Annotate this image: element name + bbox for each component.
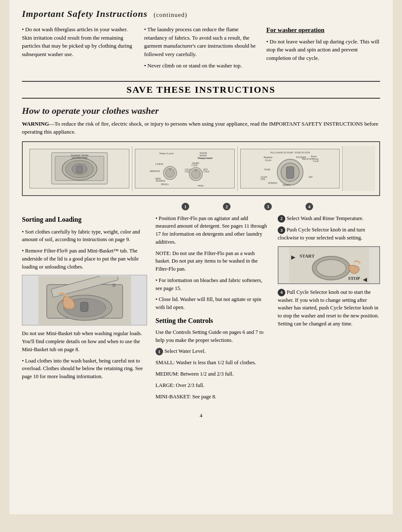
- step-1-indicator: 1: [182, 203, 189, 210]
- step4-text: 4 Pull Cycle Selector knob out to start …: [278, 288, 380, 328]
- svg-text:NORMAL: NORMAL: [268, 182, 278, 184]
- svg-text:Automatic Washer: Automatic Washer: [70, 154, 88, 156]
- large-label: LARGE: Over 2/3 full.: [155, 382, 269, 390]
- svg-text:STOP: STOP: [348, 276, 360, 281]
- step3-circle: 3: [278, 226, 285, 234]
- mid-para2: • For information on bleaches and fabric…: [155, 277, 269, 293]
- svg-text:PULL KNOB TO START - PUSH TO S: PULL KNOB TO START - PUSH TO STOP: [270, 151, 310, 154]
- content-columns: Sorting and Loading • Sort clothes caref…: [22, 215, 380, 404]
- step-2-indicator: 2: [223, 203, 230, 210]
- safety-section: • Do not wash fiberglass articles in you…: [22, 25, 380, 73]
- svg-rect-7: [77, 167, 82, 173]
- diagram-controls: Water Level WASH RINSE Temperature LARGE…: [135, 149, 235, 188]
- page-number: 4: [22, 412, 380, 419]
- svg-text:⓪: ⓪: [112, 283, 116, 287]
- page-header: Important Safety Instructions (continued…: [22, 8, 380, 19]
- step1-circle: 1: [155, 348, 163, 355]
- start-stop-svg: START STOP: [289, 247, 369, 283]
- step4-circle: 4: [278, 289, 285, 296]
- step3-text: 3 Push Cycle Selector knob in and turn c…: [278, 226, 380, 242]
- svg-text:MEDIUM: MEDIUM: [150, 170, 160, 172]
- sorting-para2: • Remove Filter-Flo® pan and Mini-Basket…: [22, 247, 147, 271]
- svg-text:WASH: WASH: [199, 152, 207, 154]
- save-instructions: SAVE THESE INSTRUCTIONS: [22, 81, 380, 99]
- diagram-panel-4: [343, 146, 375, 191]
- col-sorting: Sorting and Loading • Sort clothes caref…: [22, 215, 147, 404]
- svg-text:Regular: Regular: [263, 156, 273, 159]
- diagram-panel-3: PULL KNOB TO START - PUSH TO STOP Regula…: [238, 146, 343, 191]
- svg-text:SMALL: SMALL: [161, 183, 169, 185]
- svg-text:Cycle: Cycle: [265, 159, 271, 161]
- sorting-title: Sorting and Loading: [22, 215, 147, 225]
- svg-text:SOIL: SOIL: [260, 178, 265, 180]
- mini-label: MINI-BASKET: See page 8.: [155, 393, 269, 401]
- svg-text:COLD: COLD: [203, 170, 209, 173]
- diagram-box: Automatic Washer with Mini-Wash Water Le…: [22, 141, 380, 196]
- svg-rect-40: [286, 167, 293, 178]
- mid-para1: • Position Filter-Flo pan on agitator an…: [155, 215, 269, 246]
- loading-image-svg: ⓪: [38, 276, 131, 325]
- svg-text:Water Level: Water Level: [159, 152, 173, 155]
- col-mid: • Position Filter-Flo pan on agitator an…: [155, 215, 269, 404]
- step-number-line: 1 2 3 4: [22, 203, 380, 210]
- warning-text: WARNING—To reduce the risk of fire, elec…: [22, 120, 380, 136]
- cycle-diagram-svg: PULL KNOB TO START - PUSH TO STOP Regula…: [243, 150, 337, 187]
- diagram-panel-1: Automatic Washer with Mini-Wash: [27, 146, 132, 191]
- mid-note: NOTE: Do not use the Filter-Flo pan as a…: [155, 250, 269, 273]
- col-right: 2 Select Wash and Rinse Temperature. 3 P…: [278, 215, 380, 404]
- step2-text: 2 Select Wash and Rinse Temperature.: [278, 215, 380, 223]
- svg-text:BASKET: BASKET: [156, 180, 166, 182]
- setting-controls-title: Setting the Controls: [155, 316, 269, 326]
- washer-loading-image: ⓪: [22, 275, 147, 325]
- svg-text:Temperature: Temperature: [197, 156, 212, 159]
- step1-line: 1 Select Water Level.: [155, 347, 269, 355]
- safety-col-1: • Do not wash fiberglass articles in you…: [22, 25, 136, 73]
- diagram-panel-2: Water Level WASH RINSE Temperature LARGE…: [132, 146, 238, 191]
- start-stop-knob-image: START STOP: [278, 246, 380, 284]
- svg-rect-52: [80, 302, 88, 312]
- svg-text:energy: energy: [198, 184, 204, 186]
- washer-diagram-svg: Automatic Washer with Mini-Wash: [35, 151, 124, 186]
- step-4-indicator: 4: [306, 203, 313, 210]
- sorting-para1: • Sort clothes carefully by fabric type,…: [22, 228, 147, 244]
- small-label: SMALL: Washer is less than 1/2 full of c…: [155, 359, 269, 367]
- controls-diagram-svg: Water Level WASH RINSE Temperature LARGE…: [138, 150, 232, 187]
- step2-circle: 2: [278, 215, 285, 223]
- medium-label: MEDIUM: Between 1/2 and 2/3 full.: [155, 370, 269, 378]
- diagram-washer: Automatic Washer with Mini-Wash: [29, 149, 129, 188]
- svg-text:SOAK: SOAK: [264, 168, 270, 171]
- svg-text:OFF: OFF: [308, 175, 313, 178]
- svg-text:START: START: [300, 253, 315, 258]
- svg-text:Cycle: Cycle: [313, 160, 319, 162]
- svg-text:DELICATE: DELICATE: [302, 158, 314, 160]
- safety-col-2: • The laundry process can reduce the fla…: [144, 25, 258, 73]
- main-title: Important Safety Instructions (continued…: [22, 8, 188, 19]
- svg-text:LARGE: LARGE: [155, 163, 163, 165]
- svg-text:with Mini-Wash: with Mini-Wash: [72, 156, 88, 159]
- svg-point-58: [316, 260, 346, 277]
- svg-text:HEAVY: HEAVY: [283, 184, 290, 186]
- safety-col-3: For washer operation • Do not leave wash…: [266, 25, 380, 73]
- setting-para: Use the Controls Setting Guide on pages …: [155, 328, 269, 344]
- step-3-indicator: 3: [264, 203, 272, 210]
- mid-para3: • Close lid. Washer will fill, but not a…: [155, 296, 269, 312]
- svg-text:COLD: COLD: [191, 164, 197, 167]
- how-to-section: How to operate your clothes washer WARNI…: [22, 105, 380, 136]
- page: Important Safety Instructions (continued…: [9, 0, 393, 514]
- sorting-para3: Do not use Mini-Basket tub when washing …: [22, 330, 147, 353]
- how-to-title: How to operate your clothes washer: [22, 105, 380, 116]
- diagram-cycle: PULL KNOB TO START - PUSH TO STOP Regula…: [240, 149, 340, 188]
- sorting-para4: • Load clothes into the wash basket, bei…: [22, 357, 147, 381]
